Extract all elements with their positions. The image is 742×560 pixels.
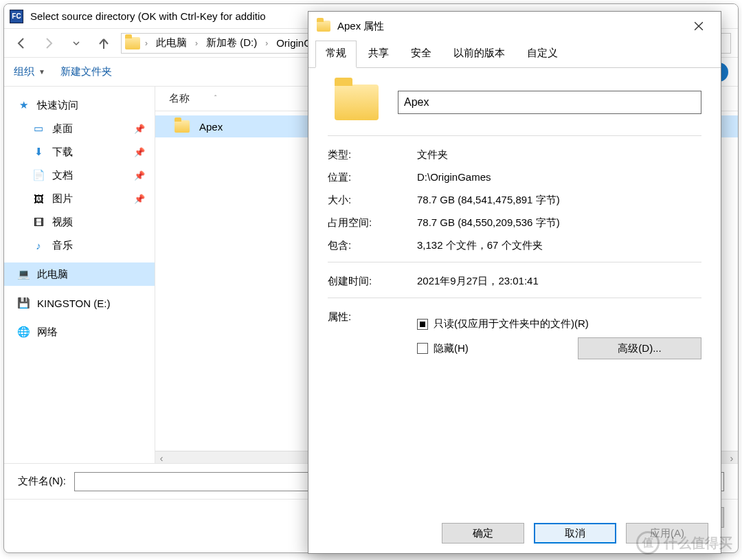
pc-icon: 💻 <box>16 268 30 280</box>
advanced-button[interactable]: 高级(D)... <box>578 337 701 359</box>
props-ok-button[interactable]: 确定 <box>442 523 524 544</box>
props-titlebar: Apex 属性 <box>308 12 721 41</box>
app-icon: FC <box>10 10 23 23</box>
label-contains: 包含: <box>328 239 417 252</box>
props-close-button[interactable] <box>685 16 712 36</box>
filename-label: 文件名(N): <box>18 475 66 488</box>
drive-icon: 💾 <box>16 297 30 309</box>
breadcrumb-item[interactable]: 此电脑 <box>152 35 191 51</box>
label-size-on-disk: 占用空间: <box>328 216 417 229</box>
folder-icon <box>175 120 190 133</box>
watermark-text: 什么值得买 <box>664 534 732 552</box>
sidebar-pictures[interactable]: 🖼图片📌 <box>4 187 155 210</box>
organize-label: 组织 <box>14 65 34 78</box>
hidden-checkbox[interactable] <box>417 343 428 354</box>
desktop-icon: ▭ <box>32 122 45 135</box>
download-icon: ⬇ <box>32 146 45 158</box>
organize-menu[interactable]: 组织▼ <box>14 65 45 78</box>
sidebar-label: 文档 <box>52 169 73 182</box>
star-icon: ★ <box>16 99 30 111</box>
nav-forward-button[interactable] <box>38 33 59 54</box>
sort-indicator-icon: ˆ <box>214 95 216 102</box>
value-size: 78.7 GB (84,541,475,891 字节) <box>417 194 701 207</box>
chevron-right-icon: › <box>142 38 150 48</box>
scroll-left-icon[interactable]: ‹ <box>155 451 168 464</box>
sidebar-desktop[interactable]: ▭桌面📌 <box>4 117 155 140</box>
props-title: Apex 属性 <box>337 20 678 33</box>
value-location: D:\OriginGames <box>417 171 701 184</box>
sidebar-drive-e[interactable]: 💾KINGSTON (E:) <box>4 291 155 315</box>
tab-security[interactable]: 安全 <box>401 41 442 68</box>
pin-icon: 📌 <box>134 124 145 134</box>
sidebar-label: 网络 <box>37 326 58 339</box>
chevron-right-icon: › <box>192 38 201 48</box>
list-item-label: Apex <box>199 121 223 133</box>
nav-recent-dropdown[interactable] <box>66 33 87 54</box>
value-created: 2021年9月27日，23:01:41 <box>417 275 701 288</box>
sidebar-label: 音乐 <box>52 239 73 252</box>
folder-icon <box>317 21 330 32</box>
tab-customize[interactable]: 自定义 <box>517 41 568 68</box>
sidebar-this-pc[interactable]: 💻此电脑 <box>4 262 155 286</box>
separator <box>328 262 701 262</box>
nav-back-button[interactable] <box>11 33 32 54</box>
sidebar-music[interactable]: ♪音乐 <box>4 234 155 257</box>
sidebar-label: 此电脑 <box>37 268 68 281</box>
sidebar-label: 下载 <box>52 146 73 159</box>
sidebar-label: 图片 <box>52 192 73 205</box>
pictures-icon: 🖼 <box>32 193 45 205</box>
sidebar-videos[interactable]: 🎞视频 <box>4 210 155 234</box>
sidebar-quick-access[interactable]: ★快速访问 <box>4 93 155 117</box>
new-folder-button[interactable]: 新建文件夹 <box>60 65 112 78</box>
watermark: 值 什么值得买 <box>636 531 732 555</box>
folder-name-input[interactable] <box>398 91 701 114</box>
chevron-right-icon: › <box>262 38 271 48</box>
separator <box>328 135 701 136</box>
label-type: 类型: <box>328 148 417 161</box>
sidebar-documents[interactable]: 📄文档📌 <box>4 164 155 187</box>
folder-icon <box>124 37 141 49</box>
sidebar-label: 视频 <box>52 216 73 229</box>
pin-icon: 📌 <box>134 194 145 204</box>
value-size-on-disk: 78.7 GB (84,550,209,536 字节) <box>417 216 701 229</box>
column-name: 名称 <box>169 92 190 105</box>
label-size: 大小: <box>328 194 417 207</box>
sidebar: ★快速访问 ▭桌面📌 ⬇下载📌 📄文档📌 🖼图片📌 🎞视频 ♪音乐 💻此电脑 💾… <box>4 87 155 463</box>
value-contains: 3,132 个文件，67 个文件夹 <box>417 239 701 252</box>
label-created: 创建时间: <box>328 275 417 288</box>
pin-icon: 📌 <box>134 147 145 157</box>
breadcrumb-item[interactable]: 新加卷 (D:) <box>202 35 261 51</box>
label-location: 位置: <box>328 171 417 184</box>
sidebar-downloads[interactable]: ⬇下载📌 <box>4 140 155 164</box>
hidden-label: 隐藏(H) <box>434 342 469 355</box>
value-type: 文件夹 <box>417 148 701 161</box>
folder-large-icon <box>335 85 379 120</box>
music-icon: ♪ <box>32 240 45 251</box>
tab-general[interactable]: 常规 <box>315 41 357 68</box>
watermark-badge: 值 <box>636 531 660 555</box>
tab-sharing[interactable]: 共享 <box>358 41 399 68</box>
video-icon: 🎞 <box>32 216 45 228</box>
properties-dialog: Apex 属性 常规 共享 安全 以前的版本 自定义 类型:文件夹 位置:D:\… <box>308 11 721 554</box>
separator <box>328 298 701 298</box>
pin-icon: 📌 <box>134 170 145 181</box>
sidebar-label: 桌面 <box>52 122 73 135</box>
label-attributes: 属性: <box>328 311 417 366</box>
props-tabs: 常规 共享 安全 以前的版本 自定义 <box>308 41 721 68</box>
sidebar-network[interactable]: 🌐网络 <box>4 320 155 344</box>
document-icon: 📄 <box>32 169 45 181</box>
scroll-right-icon[interactable]: › <box>726 451 738 464</box>
readonly-checkbox[interactable] <box>417 319 428 330</box>
nav-up-button[interactable] <box>93 33 114 54</box>
dropdown-icon: ▼ <box>38 68 45 76</box>
sidebar-label: KINGSTON (E:) <box>37 298 110 309</box>
tab-previous-versions[interactable]: 以前的版本 <box>443 41 515 68</box>
sidebar-label: 快速访问 <box>37 99 78 112</box>
readonly-label: 只读(仅应用于文件夹中的文件)(R) <box>434 317 589 331</box>
network-icon: 🌐 <box>16 326 30 338</box>
props-cancel-button[interactable]: 取消 <box>534 523 616 544</box>
